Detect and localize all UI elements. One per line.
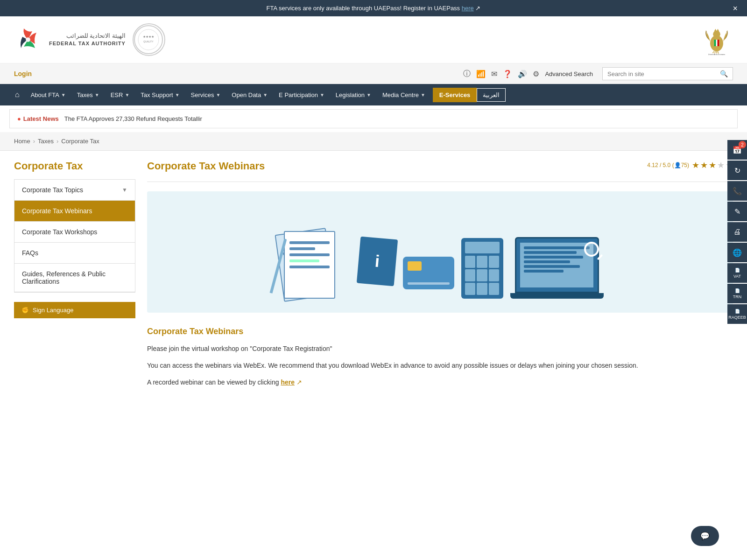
- rating-score: 4.12 / 5.0 (👤75): [647, 162, 689, 168]
- nav-item-services[interactable]: Services ▼: [185, 85, 226, 105]
- chevron-down-icon: ▼: [366, 92, 371, 98]
- share-button[interactable]: ↻: [727, 161, 747, 180]
- header: الهيئة الاتحادية للضرائب FEDERAL TAX AUT…: [0, 16, 747, 63]
- doc-front: [284, 231, 335, 299]
- banner-close-button[interactable]: ×: [733, 3, 738, 13]
- sidebar-item-corporate-tax-topics[interactable]: Corporate Tax Topics ▼: [14, 180, 135, 201]
- nav-item-esr[interactable]: ESR ▼: [105, 85, 135, 105]
- signature-button[interactable]: ✎: [727, 202, 747, 221]
- svg-text:★★★★: ★★★★: [143, 35, 154, 38]
- pen-icon: ✎: [734, 207, 740, 216]
- nav-item-open-data[interactable]: Open Data ▼: [226, 85, 273, 105]
- nav-item-media-centre[interactable]: Media Centre ▼: [377, 85, 431, 105]
- star-3[interactable]: ★: [709, 160, 716, 170]
- svg-point-1: [134, 26, 162, 54]
- raqeeb-icon: 📄: [735, 309, 740, 314]
- breadcrumb-taxes[interactable]: Taxes: [38, 138, 54, 145]
- breadcrumb-separator: ›: [33, 138, 35, 145]
- content-paragraph-3: A recorded webinar can be viewed by clic…: [147, 377, 733, 388]
- vat-icon: 📄: [735, 268, 740, 273]
- star-1[interactable]: ★: [692, 160, 699, 170]
- vat-label: VAT: [733, 274, 741, 279]
- sidebar-item-faqs[interactable]: FAQs: [14, 243, 135, 264]
- raqeeb-label: RAQEEB: [728, 315, 746, 320]
- home-nav-link[interactable]: ⌂: [9, 84, 25, 105]
- star-rating[interactable]: ★ ★ ★ ★ ★: [692, 160, 733, 170]
- globe-icon: 🌐: [733, 248, 742, 257]
- laptop-illustration: [510, 237, 604, 299]
- content-title: Corporate Tax Webinars: [147, 160, 265, 172]
- share-icon: ↻: [734, 166, 740, 175]
- laptop-screen-inner: [520, 243, 593, 288]
- globe-button[interactable]: 🌐: [727, 243, 747, 262]
- nav-item-arabic[interactable]: العربية: [477, 88, 506, 102]
- chevron-down-icon: ▼: [216, 92, 220, 98]
- nav-item-e-services[interactable]: E-Services: [433, 88, 477, 102]
- trn-label: TRN: [733, 294, 742, 299]
- home-icon: ⌂: [15, 91, 20, 99]
- svg-point-6: [713, 31, 720, 38]
- phone-button[interactable]: 📞: [727, 181, 747, 201]
- sidebar: Corporate Tax Corporate Tax Topics ▼ Cor…: [14, 160, 135, 393]
- sidebar-item-guides[interactable]: Guides, References & Public Clarificatio…: [14, 264, 135, 292]
- news-text: The FTA Approves 27,330 Refund Requests …: [64, 115, 202, 122]
- raqeeb-button[interactable]: 📄 RAQEEB: [727, 304, 747, 324]
- print-button[interactable]: 🖨: [727, 222, 747, 242]
- nav-item-legislation[interactable]: Legislation ▼: [330, 85, 377, 105]
- chevron-down-icon: ▼: [421, 92, 425, 98]
- audio-icon[interactable]: 🔊: [518, 70, 527, 78]
- rating-count-icon: 👤: [674, 162, 681, 168]
- help-icon[interactable]: ❓: [503, 70, 512, 78]
- svg-point-0: [26, 37, 30, 42]
- wifi-icon: 📶: [476, 70, 486, 78]
- sidebar-title: Corporate Tax: [14, 160, 135, 172]
- webinar-illustration: i: [277, 205, 604, 299]
- laptop-base: [510, 293, 604, 299]
- nav-item-about-fta[interactable]: About FTA ▼: [25, 85, 71, 105]
- sidebar-item-corporate-tax-workshops[interactable]: Corporate Tax Workshops: [14, 222, 135, 243]
- logo-text: الهيئة الاتحادية للضرائب FEDERAL TAX AUT…: [49, 32, 126, 48]
- nav-item-taxes[interactable]: Taxes ▼: [71, 85, 105, 105]
- svg-rect-9: [718, 40, 719, 46]
- banner-link[interactable]: here: [462, 5, 474, 12]
- external-link-icon: ↗: [296, 378, 302, 386]
- chevron-down-icon: ▼: [263, 92, 268, 98]
- here-link[interactable]: here: [281, 378, 295, 386]
- utility-bar: Login ⓘ 📶 ✉ ❓ 🔊 ⚙ Advanced Search 🔍: [0, 63, 747, 84]
- content-area: Corporate Tax Webinars 4.12 / 5.0 (👤75) …: [147, 160, 733, 393]
- info-icon[interactable]: ⓘ: [463, 69, 471, 79]
- chevron-down-icon: ▼: [320, 92, 324, 98]
- utility-icons: ⓘ 📶 ✉ ❓ 🔊 ⚙ Advanced Search 🔍: [463, 67, 733, 80]
- breadcrumb-home[interactable]: Home: [14, 138, 30, 145]
- vat-button[interactable]: 📄 VAT: [727, 263, 747, 283]
- email-icon[interactable]: ✉: [491, 70, 497, 78]
- star-2[interactable]: ★: [700, 160, 708, 170]
- nav-item-e-participation[interactable]: E Participation ▼: [273, 85, 330, 105]
- star-4[interactable]: ★: [717, 160, 725, 170]
- right-sidebar: 📅 2 ↻ 📞 ✎ 🖨 🌐 📄 VAT 📄 TRN 📄 RAQEEB: [727, 140, 747, 324]
- documents-illustration: [277, 205, 352, 299]
- title-rating-row: Corporate Tax Webinars 4.12 / 5.0 (👤75) …: [147, 160, 733, 177]
- info-card-illustration: i: [356, 237, 397, 287]
- svg-text:United Arab Emirates: United Arab Emirates: [708, 53, 726, 56]
- external-link-icon: ↗: [475, 5, 480, 12]
- content-divider: [147, 182, 733, 182]
- settings-icon[interactable]: ⚙: [533, 70, 539, 78]
- advanced-search-label[interactable]: Advanced Search: [545, 70, 593, 77]
- magnifier-icon: [584, 242, 599, 257]
- search-box: 🔍: [602, 67, 733, 80]
- sidebar-item-corporate-tax-webinars[interactable]: Corporate Tax Webinars: [14, 201, 135, 222]
- alert-icon: ●: [17, 115, 21, 122]
- content-paragraph-1: Please join the virtual workshop on "Cor…: [147, 343, 733, 355]
- uae-emblem: United Arab Emirates: [700, 23, 733, 56]
- calendar-button[interactable]: 📅 2: [727, 140, 747, 160]
- login-link[interactable]: Login: [14, 70, 32, 77]
- logo-arabic: الهيئة الاتحادية للضرائب: [49, 32, 126, 40]
- search-input[interactable]: [607, 70, 720, 77]
- search-icon[interactable]: 🔍: [720, 70, 728, 77]
- chevron-down-icon: ▼: [125, 92, 129, 98]
- sign-language-bar[interactable]: ✊ Sign Language: [14, 302, 135, 318]
- nav-item-tax-support[interactable]: Tax Support ▼: [135, 85, 185, 105]
- phone-icon: 📞: [733, 187, 742, 196]
- trn-button[interactable]: 📄 TRN: [727, 284, 747, 303]
